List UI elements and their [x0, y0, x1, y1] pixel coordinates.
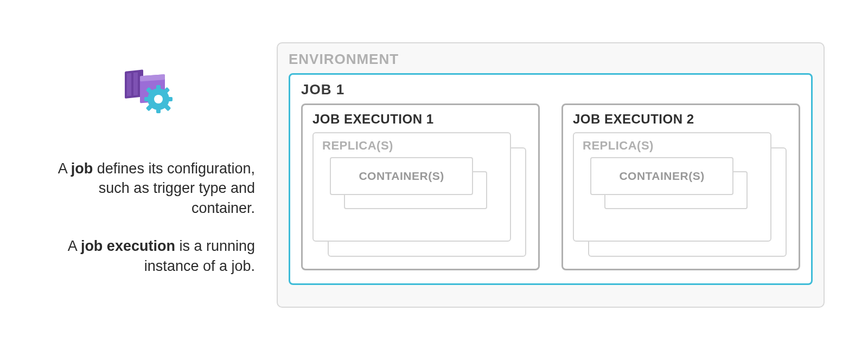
svg-rect-9 — [144, 97, 150, 101]
execution-label: JOB EXECUTION 2 — [573, 112, 789, 127]
text-pre: A — [58, 160, 71, 177]
container-stack: CONTAINER(S) — [583, 157, 762, 228]
svg-rect-8 — [156, 108, 161, 113]
svg-rect-1 — [127, 73, 131, 96]
job-label: JOB 1 — [301, 81, 800, 98]
text-bold: job execution — [81, 238, 175, 254]
replica-label: REPLICA(S) — [322, 139, 501, 153]
execution-row: JOB EXECUTION 1 REPLICA(S) CONTAINER(S) — [301, 103, 800, 270]
job-execution-box-2: JOB EXECUTION 2 REPLICA(S) CONTAINER(S) — [561, 103, 800, 270]
svg-rect-7 — [156, 85, 161, 90]
replica-box-front: REPLICA(S) CONTAINER(S) — [312, 132, 511, 242]
description-column: A job defines its configuration, such as… — [43, 56, 277, 294]
text-bold: job — [71, 160, 93, 177]
replica-stack: REPLICA(S) CONTAINER(S) — [573, 132, 789, 257]
container-label: CONTAINER(S) — [619, 170, 704, 183]
svg-rect-10 — [167, 97, 173, 101]
text-pre: A — [68, 238, 81, 254]
svg-rect-2 — [133, 72, 138, 95]
replica-label: REPLICA(S) — [583, 139, 762, 153]
replica-stack: REPLICA(S) CONTAINER(S) — [312, 132, 528, 257]
job-description-text: A job defines its configuration, such as… — [43, 159, 255, 218]
container-stack: CONTAINER(S) — [322, 157, 501, 228]
container-app-job-icon — [119, 56, 179, 115]
environment-label: ENVIRONMENT — [289, 51, 813, 68]
text-post: defines its configuration, such as trigg… — [93, 160, 255, 216]
replica-box-front: REPLICA(S) CONTAINER(S) — [573, 132, 771, 242]
execution-description-text: A job execution is a running instance of… — [43, 236, 255, 276]
job-execution-box-1: JOB EXECUTION 1 REPLICA(S) CONTAINER(S) — [301, 103, 540, 270]
container-box-front: CONTAINER(S) — [590, 157, 733, 195]
job-box: JOB 1 JOB EXECUTION 1 REPLICA(S) CONTAIN… — [289, 73, 813, 285]
svg-point-6 — [154, 95, 163, 103]
diagram-column: ENVIRONMENT JOB 1 JOB EXECUTION 1 REPLIC… — [277, 22, 825, 328]
container-label: CONTAINER(S) — [359, 170, 444, 183]
environment-box: ENVIRONMENT JOB 1 JOB EXECUTION 1 REPLIC… — [277, 42, 825, 308]
container-box-front: CONTAINER(S) — [330, 157, 473, 195]
execution-label: JOB EXECUTION 1 — [312, 112, 528, 127]
